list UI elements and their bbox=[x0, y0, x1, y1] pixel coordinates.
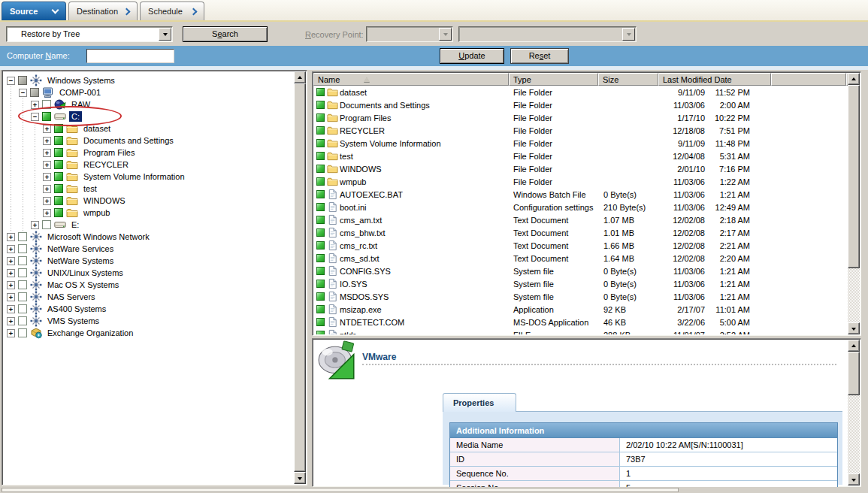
collapse-icon[interactable]: − bbox=[19, 89, 27, 97]
file-checkbox-checked[interactable] bbox=[316, 126, 325, 135]
tree-item-label[interactable]: Microsoft Windows Network bbox=[45, 231, 152, 242]
tree-item-label[interactable]: dataset bbox=[81, 123, 113, 134]
tree-checkbox-unchecked[interactable] bbox=[42, 100, 51, 109]
file-checkbox-checked[interactable] bbox=[316, 280, 325, 288]
column-header-last-modified-date[interactable]: Last Modified Date bbox=[658, 73, 771, 86]
expand-icon[interactable]: + bbox=[43, 185, 51, 193]
tab-schedule[interactable]: Schedule bbox=[140, 2, 204, 20]
file-row[interactable]: AUTOEXEC.BATWindows Batch File0 Byte(s)1… bbox=[313, 188, 848, 201]
expand-icon[interactable]: + bbox=[31, 221, 39, 229]
expand-icon[interactable]: + bbox=[7, 293, 15, 301]
tree-item-label[interactable]: System Volume Information bbox=[81, 171, 187, 182]
tree-item-label[interactable]: Program Files bbox=[81, 147, 137, 158]
file-checkbox-checked[interactable] bbox=[316, 305, 325, 313]
file-row[interactable]: msizap.exeApplication92 KB2/17/0711:01 A… bbox=[313, 303, 848, 316]
expand-icon[interactable]: + bbox=[7, 245, 15, 253]
tree-checkbox-unchecked[interactable] bbox=[18, 232, 27, 241]
tree-checkbox-checked[interactable] bbox=[54, 208, 63, 217]
scroll-down-button[interactable] bbox=[848, 322, 860, 334]
tree-checkbox-checked[interactable] bbox=[54, 184, 63, 193]
file-row[interactable]: Program FilesFile Folder1/17/1010:22 PM bbox=[313, 111, 848, 124]
tree-item-label[interactable]: VMS Systems bbox=[45, 316, 101, 326]
tree-checkbox-checked[interactable] bbox=[42, 112, 51, 121]
column-header-name[interactable]: Name bbox=[313, 73, 509, 86]
scrollbar-thumb[interactable] bbox=[294, 83, 306, 472]
tree-item-label[interactable]: E: bbox=[69, 219, 81, 230]
computer-name-input[interactable] bbox=[86, 49, 174, 63]
file-checkbox-checked[interactable] bbox=[316, 113, 325, 122]
expand-icon[interactable]: + bbox=[43, 209, 51, 217]
collapse-icon[interactable]: − bbox=[7, 77, 15, 85]
file-checkbox-checked[interactable] bbox=[316, 139, 325, 147]
file-row[interactable]: ntldrFILE288 KB11/01/072:52 AM bbox=[313, 328, 848, 334]
scroll-up-button[interactable] bbox=[848, 340, 860, 352]
file-row[interactable]: System Volume InformationFile Folder9/11… bbox=[313, 137, 848, 150]
update-button[interactable]: Update bbox=[440, 48, 504, 64]
file-checkbox-checked[interactable] bbox=[316, 190, 325, 198]
tree-item-label[interactable]: test bbox=[81, 183, 99, 194]
expand-icon[interactable]: + bbox=[7, 257, 15, 265]
expand-icon[interactable]: + bbox=[7, 281, 15, 289]
tree-checkbox-checked[interactable] bbox=[54, 136, 63, 145]
file-row[interactable]: WINDOWSFile Folder2/01/107:16 PM bbox=[313, 162, 848, 175]
tree-item-label[interactable]: COMP-001 bbox=[57, 87, 103, 98]
file-row[interactable]: MSDOS.SYSSystem file0 Byte(s)11/03/061:2… bbox=[313, 290, 848, 303]
expand-icon[interactable]: + bbox=[43, 149, 51, 157]
details-scrollbar[interactable] bbox=[848, 340, 860, 485]
file-checkbox-checked[interactable] bbox=[316, 101, 325, 109]
file-checkbox-checked[interactable] bbox=[316, 177, 325, 186]
expand-icon[interactable]: + bbox=[43, 197, 51, 205]
tree-checkbox-unchecked[interactable] bbox=[18, 328, 27, 337]
tree-checkbox-checked[interactable] bbox=[54, 160, 63, 169]
scroll-down-button[interactable] bbox=[848, 473, 860, 485]
scroll-up-button[interactable] bbox=[294, 71, 306, 83]
file-checkbox-checked[interactable] bbox=[316, 152, 325, 160]
scroll-up-button[interactable] bbox=[848, 73, 860, 85]
tree-item-label[interactable]: RECYCLER bbox=[81, 159, 131, 170]
file-checkbox-checked[interactable] bbox=[316, 216, 325, 224]
tab-properties[interactable]: Properties bbox=[443, 393, 516, 412]
file-row[interactable]: NTDETECT.COMMS-DOS Application46 KB3/22/… bbox=[313, 316, 848, 328]
tree-item-label[interactable]: C: bbox=[69, 111, 82, 122]
expand-icon[interactable]: + bbox=[7, 305, 15, 313]
file-list-scrollbar[interactable] bbox=[848, 73, 860, 334]
file-row[interactable]: RECYCLERFile Folder12/18/087:51 PM bbox=[313, 124, 848, 137]
tab-destination[interactable]: Destination bbox=[68, 2, 138, 20]
file-row[interactable]: datasetFile Folder9/11/0911:52 PM bbox=[313, 86, 848, 98]
file-row[interactable]: boot.iniConfiguration settings210 Byte(s… bbox=[313, 201, 848, 213]
file-checkbox-checked[interactable] bbox=[316, 165, 325, 173]
tree-item-label[interactable]: WINDOWS bbox=[81, 195, 128, 206]
file-row[interactable]: Documents and SettingsFile Folder11/03/0… bbox=[313, 98, 848, 111]
expand-icon[interactable]: + bbox=[31, 101, 39, 109]
column-header-type[interactable]: Type bbox=[509, 73, 598, 86]
expand-icon[interactable]: + bbox=[7, 233, 15, 241]
tree-item-label[interactable]: NAS Servers bbox=[45, 292, 98, 302]
expand-icon[interactable]: + bbox=[7, 329, 15, 337]
tab-source[interactable]: Source bbox=[2, 2, 66, 20]
tree-item-label[interactable]: Exchange Organization bbox=[45, 328, 135, 338]
tree-item-label[interactable]: RAW bbox=[69, 99, 92, 110]
file-row[interactable]: CONFIG.SYSSystem file0 Byte(s)11/03/061:… bbox=[313, 265, 848, 277]
file-checkbox-checked[interactable] bbox=[316, 241, 325, 250]
tree-checkbox-unchecked[interactable] bbox=[18, 316, 27, 325]
tree-item-label[interactable]: Windows Systems bbox=[45, 75, 117, 86]
tree-checkbox-partial[interactable] bbox=[18, 76, 27, 85]
tree-item-label[interactable]: Documents and Settings bbox=[81, 135, 176, 146]
tree-checkbox-unchecked[interactable] bbox=[42, 220, 51, 229]
file-checkbox-checked[interactable] bbox=[316, 331, 325, 334]
file-row[interactable]: cms_am.txtText Document1.07 MB12/02/082:… bbox=[313, 213, 848, 226]
expand-icon[interactable]: + bbox=[43, 125, 51, 133]
dropdown-arrow-icon[interactable] bbox=[159, 28, 171, 41]
tree-checkbox-checked[interactable] bbox=[54, 196, 63, 205]
file-checkbox-checked[interactable] bbox=[316, 203, 325, 211]
tree-checkbox-unchecked[interactable] bbox=[18, 292, 27, 301]
tree-checkbox-unchecked[interactable] bbox=[18, 268, 27, 277]
file-checkbox-checked[interactable] bbox=[316, 267, 325, 275]
file-row[interactable]: wmpubFile Folder11/03/061:22 AM bbox=[313, 175, 848, 188]
tree-item-label[interactable]: UNIX/Linux Systems bbox=[45, 268, 126, 278]
file-checkbox-checked[interactable] bbox=[316, 318, 325, 326]
tree-checkbox-checked[interactable] bbox=[54, 172, 63, 181]
expand-icon[interactable]: + bbox=[7, 269, 15, 277]
expand-icon[interactable]: + bbox=[43, 161, 51, 169]
expand-icon[interactable]: + bbox=[43, 137, 51, 145]
